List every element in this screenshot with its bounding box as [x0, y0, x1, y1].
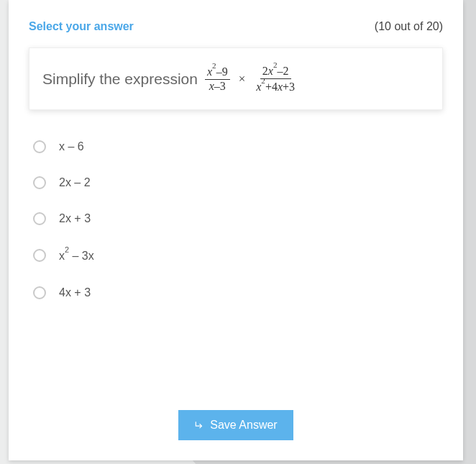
radio-icon: [33, 176, 46, 189]
math-expression: x2–9 x–3 × 2x2–2 x2+4x+3: [205, 64, 297, 94]
fraction-2-denominator: x2+4x+3: [254, 79, 297, 94]
quiz-card: Select your answer (10 out of 20) Simpli…: [9, 0, 463, 460]
progress-label: (10 out of 20): [375, 20, 443, 33]
option-2-label: 2x – 2: [59, 176, 91, 189]
option-1-label: x – 6: [59, 140, 84, 153]
question-prompt: Simplify the expression: [42, 70, 198, 88]
fraction-1: x2–9 x–3: [205, 65, 230, 93]
fraction-1-numerator: x2–9: [205, 65, 230, 80]
option-5[interactable]: 4x + 3: [33, 275, 443, 311]
footer: Save Answer: [9, 410, 463, 440]
times-symbol: ×: [237, 72, 247, 86]
radio-icon: [33, 140, 46, 153]
option-1[interactable]: x – 6: [33, 129, 443, 165]
page: Select your answer (10 out of 20) Simpli…: [0, 0, 476, 464]
question-box: Simplify the expression x2–9 x–3 × 2x2–2…: [29, 47, 443, 110]
option-3[interactable]: 2x + 3: [33, 201, 443, 237]
fraction-2: 2x2–2 x2+4x+3: [254, 64, 297, 94]
option-2[interactable]: 2x – 2: [33, 165, 443, 201]
radio-icon: [33, 286, 46, 299]
option-3-label: 2x + 3: [59, 212, 91, 225]
option-5-label: 4x + 3: [59, 286, 91, 299]
radio-icon: [33, 249, 46, 262]
option-4[interactable]: x2 – 3x: [33, 237, 443, 274]
save-answer-button[interactable]: Save Answer: [178, 410, 293, 440]
fraction-1-denominator: x–3: [207, 80, 228, 93]
options-list: x – 6 2x – 2 2x + 3 x2 – 3x 4x + 3: [29, 129, 443, 310]
radio-icon: [33, 212, 46, 225]
save-answer-label: Save Answer: [210, 419, 277, 432]
option-4-label: x2 – 3x: [59, 248, 94, 263]
select-your-answer-label: Select your answer: [29, 20, 134, 33]
header-row: Select your answer (10 out of 20): [29, 20, 443, 33]
return-arrow-icon: [194, 420, 204, 430]
